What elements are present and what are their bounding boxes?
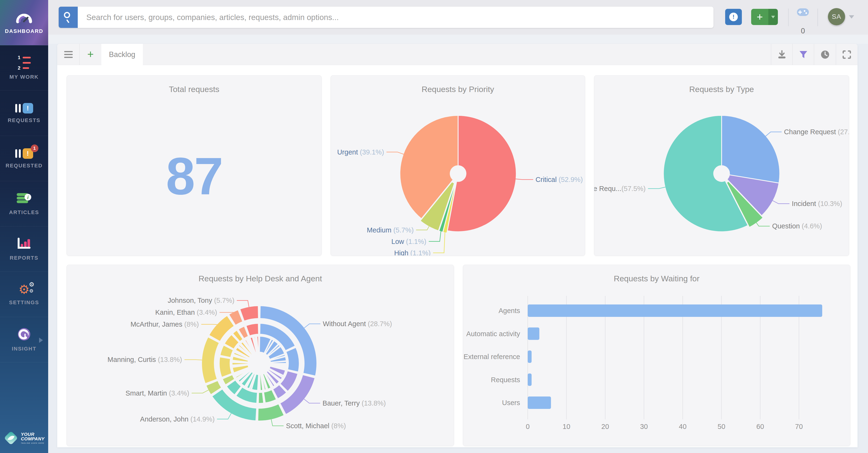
svg-text:Smart, Martin (3.4%): Smart, Martin (3.4%) <box>125 389 189 397</box>
history-button[interactable] <box>814 44 836 65</box>
svg-text:Critical (52.9%): Critical (52.9%) <box>535 176 583 183</box>
svg-text:10: 10 <box>562 423 570 430</box>
svg-text:70: 70 <box>795 423 803 430</box>
priority-pie-chart: Critical (52.9%)High (1.1%)Low (1.1%)Med… <box>331 75 585 256</box>
sidebar-item-label: MY WORK <box>9 74 39 80</box>
search-icon <box>64 12 70 18</box>
svg-text:Low (1.1%): Low (1.1%) <box>391 238 426 245</box>
svg-text:0: 0 <box>526 423 530 430</box>
svg-text:Anderson, John (14.9%): Anderson, John (14.9%) <box>140 415 215 423</box>
controller-icon <box>797 8 809 16</box>
clock-icon <box>820 50 830 60</box>
requested-icon: 1 <box>15 148 33 159</box>
card-requests-by-waiting-for: Requests by Waiting for 010203040506070A… <box>463 265 850 446</box>
svg-text:Bauer, Terry (13.8%): Bauer, Terry (13.8%) <box>323 399 386 407</box>
requested-badge: 1 <box>31 144 38 152</box>
tab-menu-button[interactable] <box>57 44 80 65</box>
filter-icon <box>799 50 808 59</box>
svg-text:Medium (5.7%): Medium (5.7%) <box>367 226 414 234</box>
sidebar-item-insight[interactable]: INSIGHT <box>0 317 48 362</box>
sidebar-item-requested[interactable]: 1 REQUESTED <box>0 136 48 181</box>
card-requests-by-type: Requests by Type Change Request (27.6%)I… <box>594 75 849 256</box>
sidebar-item-requests[interactable]: REQUESTS <box>0 91 48 136</box>
tab-strip: + Backlog <box>57 44 858 65</box>
card-total-requests: Total requests 87 <box>66 75 322 256</box>
svg-text:Johnson, Tony (5.7%): Johnson, Tony (5.7%) <box>168 297 235 304</box>
svg-text:40: 40 <box>679 423 686 430</box>
sidebar-item-my-work[interactable]: 1 1 2 MY WORK <box>0 45 48 91</box>
sidebar-item-label: DASHBOARD <box>5 28 43 34</box>
company-tagline: TAGLINE GOES HERE <box>21 442 44 444</box>
add-tab-button[interactable]: + <box>80 44 101 65</box>
header-gap-band <box>48 35 868 44</box>
total-requests-value: 87 <box>67 150 321 202</box>
sidebar-item-label: REQUESTED <box>6 163 43 169</box>
type-pie-chart: Change Request (27.6%)Incident (10.3%)Qu… <box>594 75 849 256</box>
sidebar-item-label: INSIGHT <box>12 346 36 352</box>
points-count: 0 <box>796 27 810 35</box>
points-counter[interactable]: 0 <box>796 8 810 35</box>
company-logo-icon <box>4 430 18 445</box>
tab-backlog[interactable]: Backlog <box>101 44 143 65</box>
company-logo: YOUR COMPANY TAGLINE GOES HERE <box>0 430 48 445</box>
search-button[interactable] <box>59 7 78 28</box>
svg-text:Incident (10.3%): Incident (10.3%) <box>792 200 842 207</box>
topbar: + 0 SA <box>48 0 868 35</box>
search-input[interactable] <box>78 7 713 28</box>
alert-button[interactable] <box>725 9 742 25</box>
gauge-icon <box>16 11 32 24</box>
sidebar-item-articles[interactable]: i ARTICLES <box>0 181 48 226</box>
sidebar-item-label: ARTICLES <box>9 209 39 216</box>
svg-text:Manning, Curtis (13.8%): Manning, Curtis (13.8%) <box>107 356 182 363</box>
exclamation-icon <box>729 13 738 21</box>
sidebar: DASHBOARD 1 1 2 MY WORK REQUESTS 1 REQUE… <box>0 0 48 453</box>
avatar[interactable]: SA <box>828 8 845 25</box>
svg-text:Without Agent (28.7%): Without Agent (28.7%) <box>323 320 392 328</box>
plus-icon[interactable]: + <box>751 9 768 25</box>
fullscreen-icon <box>842 50 852 60</box>
svg-text:Question (4.6%): Question (4.6%) <box>772 222 822 230</box>
divider <box>788 8 788 26</box>
svg-text:Kanin, Ethan (3.4%): Kanin, Ethan (3.4%) <box>155 309 217 316</box>
card-title: Total requests <box>67 85 321 94</box>
sidebar-item-reports[interactable]: REPORTS <box>0 226 48 272</box>
svg-text:Scott, Michael (8%): Scott, Michael (8%) <box>286 422 346 430</box>
card-requests-by-priority: Requests by Priority Critical (52.9%)Hig… <box>331 75 585 256</box>
company-name-line2: COMPANY <box>21 436 44 441</box>
svg-text:Change Request (27.6%): Change Request (27.6%) <box>784 128 849 136</box>
company-name-line1: YOUR <box>21 432 44 436</box>
insight-icon <box>18 328 31 342</box>
sidebar-item-label: SETTINGS <box>9 299 39 306</box>
new-request-button[interactable]: + <box>751 9 778 25</box>
fullscreen-button[interactable] <box>836 44 858 65</box>
svg-text:ice Requ...(57.5%): ice Requ...(57.5%) <box>594 185 646 192</box>
card-requests-by-helpdesk-agent: Requests by Help Desk and Agent Without … <box>66 265 454 446</box>
svg-text:60: 60 <box>756 423 764 430</box>
filter-button[interactable] <box>793 44 814 65</box>
download-icon <box>777 50 787 60</box>
svg-text:High (1.1%): High (1.1%) <box>394 249 431 256</box>
svg-text:Automatic activity: Automatic activity <box>466 330 520 337</box>
chevron-down-icon <box>771 16 775 19</box>
requests-icon <box>15 103 33 114</box>
svg-text:20: 20 <box>601 423 609 430</box>
sidebar-item-label: REQUESTS <box>8 117 40 124</box>
new-request-dropdown[interactable] <box>768 9 778 25</box>
global-search <box>59 7 713 28</box>
svg-text:Users: Users <box>502 399 520 407</box>
download-button[interactable] <box>771 44 793 65</box>
svg-text:Requests: Requests <box>491 376 520 384</box>
hamburger-icon <box>64 51 73 58</box>
plus-icon: + <box>87 48 94 60</box>
agents-sunburst-chart: Without Agent (28.7%)Bauer, Terry (13.8%… <box>67 265 454 446</box>
avatar-menu-caret[interactable] <box>849 15 854 19</box>
svg-text:30: 30 <box>640 423 648 430</box>
articles-icon: i <box>16 192 32 205</box>
waiting-bar-chart: 010203040506070AgentsAutomatic activityE… <box>463 265 850 446</box>
bar-chart-icon <box>17 237 31 251</box>
expand-arrow-icon[interactable] <box>39 337 43 343</box>
svg-text:i: i <box>27 195 29 200</box>
sidebar-item-settings[interactable]: ⚙ ⚙ ⚙ SETTINGS <box>0 272 48 317</box>
sidebar-item-dashboard[interactable]: DASHBOARD <box>0 0 48 45</box>
svg-text:50: 50 <box>717 423 725 430</box>
